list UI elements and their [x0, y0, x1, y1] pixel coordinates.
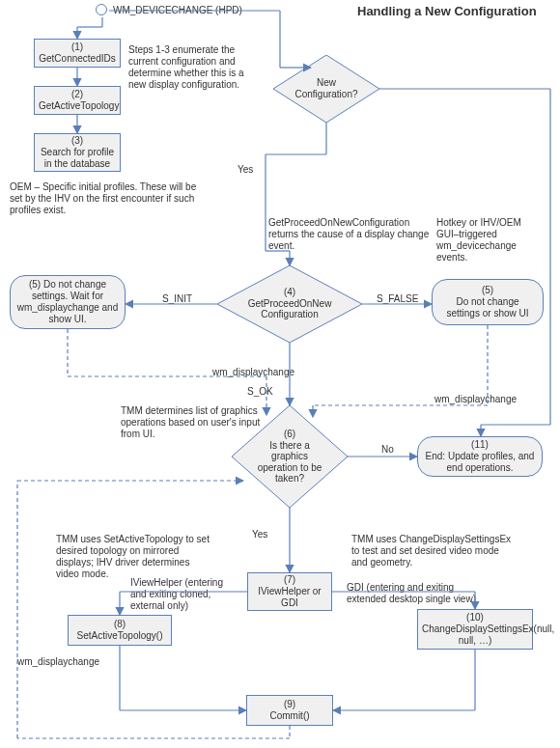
node-8-setactivetopology: (8) SetActiveTopology() [68, 615, 172, 646]
node-5b-donotchange: (5) Do not change settings or show UI [432, 279, 544, 325]
edge-wmdc-right: wm_displaychange [434, 394, 517, 404]
decision-4-label: (4) GetProceedOnNew Configuration [246, 287, 333, 320]
edge-yes-6: Yes [252, 529, 267, 540]
node-label: (5) Do not change settings. Wait for wm_… [16, 279, 119, 325]
edge-sok: S_OK [247, 386, 273, 397]
node-label: GetActiveTopology [39, 100, 116, 112]
node-num: (5) [438, 285, 537, 296]
decision-6-graphicsop [232, 405, 233, 406]
node-10-changedisplaysettingsex: (10) ChangeDisplaySettingsEx(null, null,… [417, 609, 533, 650]
node-label: IViewHelper or GDI [252, 586, 327, 609]
node-num: (3) [39, 135, 116, 147]
node-9-commit: (9) Commit() [246, 695, 333, 726]
edge-wmdc-mid: wm_displaychange [212, 367, 294, 377]
edge-wmdc-left: wm_displaychange [17, 656, 99, 667]
node-num: (2) [39, 89, 116, 100]
note-tmm-cds: TMM uses ChangeDisplaySettingsEx to test… [351, 534, 516, 568]
decision-newcfg-label: New Configuration? [294, 77, 358, 99]
note-getproceed-cause: GetProceedOnNewConfiguration returns the… [268, 217, 433, 252]
note-oem-profiles: OEM – Specific initial profiles. These w… [10, 181, 198, 216]
start-label: WM_DEVICECHANGE (HPD) [113, 5, 242, 15]
node-3-searchprofile: (3) Search for profile in the database [34, 133, 121, 172]
node-5a-donotchange-wait: (5) Do not change settings. Wait for wm_… [10, 275, 126, 329]
note-iviewhelper: IViewHelper (entering and exiting cloned… [130, 577, 237, 612]
node-num: (1) [39, 42, 116, 53]
note-hotkey: Hotkey or IHV/OEM GUI–triggered wm_devic… [436, 217, 538, 263]
edge-sfalse: S_FALSE [377, 293, 418, 304]
node-2-getactivetopology: (2) GetActiveTopology [34, 86, 121, 115]
node-num: (6) [284, 429, 295, 439]
node-label: Is there a graphics operation to be take… [258, 440, 322, 485]
edge-no-6: No [381, 444, 394, 455]
note-gdi: GDI (entering and exiting extended deskt… [347, 582, 482, 605]
node-label: End: Update profiles, and end operations… [424, 451, 536, 474]
node-label: Commit() [251, 710, 328, 722]
node-label: SetActiveTopology() [72, 630, 167, 642]
node-1-getconnectedids: (1) GetConnectedIDs [34, 39, 121, 68]
node-label: ChangeDisplaySettingsEx(null, null, …) [422, 623, 528, 647]
decision-new-configuration [273, 55, 274, 56]
decision-6-label: (6) Is there a graphics operation to be … [253, 429, 326, 485]
start-node [96, 4, 107, 15]
node-label: GetConnectedIDs [39, 53, 116, 65]
note-tmm-setactive: TMM uses SetActiveTopology to set desire… [56, 534, 210, 580]
node-num: (10) [422, 612, 528, 623]
node-num: (11) [424, 439, 536, 451]
node-label: GetProceedOnNew Configuration [248, 298, 332, 320]
node-num: (7) [252, 574, 327, 586]
title-text: Handling a New Configuration [357, 4, 537, 18]
node-num: (8) [72, 619, 167, 630]
page-title: Handling a New Configuration [357, 4, 537, 20]
node-11-end: (11) End: Update profiles, and end opera… [417, 436, 543, 477]
decision-4-getproceed [217, 265, 218, 266]
edge-sinit: S_INIT [162, 293, 192, 304]
note-steps-enum: Steps 1-3 enumerate the current configur… [128, 44, 264, 91]
node-label: Search for profile in the database [39, 147, 116, 170]
node-num: (9) [251, 699, 328, 710]
node-num: (4) [284, 287, 295, 297]
edge-yes-newcfg: Yes [238, 164, 253, 175]
node-7-iviewhelper-or-gdi: (7) IViewHelper or GDI [247, 572, 332, 611]
node-label: Do not change settings or show UI [438, 296, 537, 319]
